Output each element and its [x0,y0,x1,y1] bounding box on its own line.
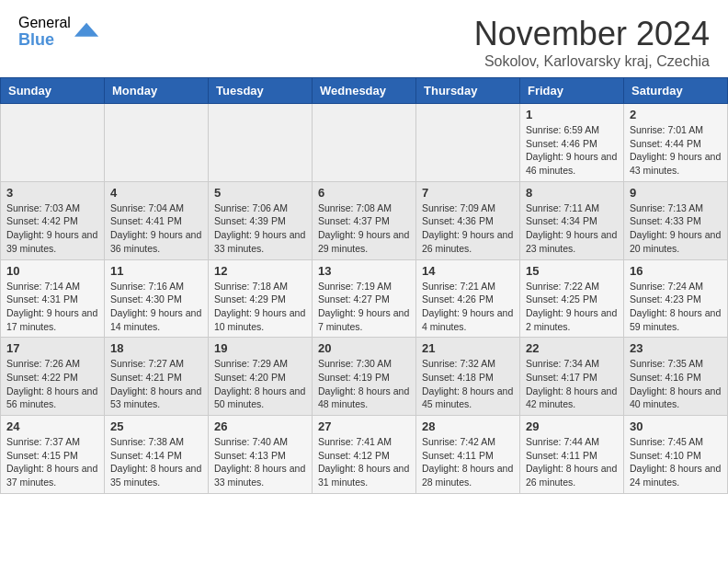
day-info: Sunrise: 7:22 AM Sunset: 4:25 PM Dayligh… [526,280,618,334]
calendar-cell: 25Sunrise: 7:38 AM Sunset: 4:14 PM Dayli… [105,416,209,494]
calendar-cell: 5Sunrise: 7:06 AM Sunset: 4:39 PM Daylig… [209,181,313,259]
weekday-header-row: SundayMondayTuesdayWednesdayThursdayFrid… [1,78,728,104]
week-row-1: 1Sunrise: 6:59 AM Sunset: 4:46 PM Daylig… [1,104,728,182]
calendar-table: SundayMondayTuesdayWednesdayThursdayFrid… [0,77,728,494]
week-row-2: 3Sunrise: 7:03 AM Sunset: 4:42 PM Daylig… [1,181,728,259]
day-number: 13 [318,264,410,278]
week-row-5: 24Sunrise: 7:37 AM Sunset: 4:15 PM Dayli… [1,416,728,494]
day-number: 5 [214,186,306,200]
calendar-cell: 20Sunrise: 7:30 AM Sunset: 4:19 PM Dayli… [313,338,416,416]
day-info: Sunrise: 7:37 AM Sunset: 4:15 PM Dayligh… [6,435,98,489]
day-number: 20 [318,341,410,355]
day-info: Sunrise: 7:06 AM Sunset: 4:39 PM Dayligh… [214,201,306,256]
calendar-cell: 3Sunrise: 7:03 AM Sunset: 4:42 PM Daylig… [1,181,105,259]
week-row-3: 10Sunrise: 7:14 AM Sunset: 4:31 PM Dayli… [1,259,728,338]
calendar-cell: 9Sunrise: 7:13 AM Sunset: 4:33 PM Daylig… [624,181,728,259]
calendar-cell [313,104,416,182]
weekday-sunday: Sunday [1,78,105,104]
day-info: Sunrise: 7:24 AM Sunset: 4:23 PM Dayligh… [630,280,722,334]
day-info: Sunrise: 7:40 AM Sunset: 4:13 PM Dayligh… [214,435,306,489]
day-number: 25 [110,419,202,433]
day-info: Sunrise: 7:38 AM Sunset: 4:14 PM Dayligh… [110,435,202,489]
day-info: Sunrise: 7:26 AM Sunset: 4:22 PM Dayligh… [6,357,98,411]
calendar-cell [416,104,520,182]
location: Sokolov, Karlovarsky kraj, Czechia [474,53,710,70]
day-info: Sunrise: 7:44 AM Sunset: 4:11 PM Dayligh… [526,435,618,489]
day-number: 7 [422,186,514,200]
day-number: 19 [214,341,306,355]
calendar-cell: 28Sunrise: 7:42 AM Sunset: 4:11 PM Dayli… [416,416,520,494]
day-number: 14 [422,264,514,278]
calendar-cell: 8Sunrise: 7:11 AM Sunset: 4:34 PM Daylig… [520,181,624,259]
logo-icon [74,19,100,45]
calendar-cell: 29Sunrise: 7:44 AM Sunset: 4:11 PM Dayli… [520,416,624,494]
day-info: Sunrise: 7:45 AM Sunset: 4:10 PM Dayligh… [630,435,722,489]
day-info: Sunrise: 7:41 AM Sunset: 4:12 PM Dayligh… [318,435,410,489]
calendar-cell: 6Sunrise: 7:08 AM Sunset: 4:37 PM Daylig… [313,181,416,259]
calendar-cell [105,104,209,182]
calendar-cell: 30Sunrise: 7:45 AM Sunset: 4:10 PM Dayli… [624,416,728,494]
day-number: 3 [6,186,98,200]
calendar-cell: 16Sunrise: 7:24 AM Sunset: 4:23 PM Dayli… [624,259,728,338]
calendar-cell: 13Sunrise: 7:19 AM Sunset: 4:27 PM Dayli… [313,259,416,338]
day-number: 30 [630,419,722,433]
calendar-cell: 7Sunrise: 7:09 AM Sunset: 4:36 PM Daylig… [416,181,520,259]
svg-marker-0 [74,22,98,36]
day-number: 12 [214,264,306,278]
day-number: 6 [318,186,410,200]
day-info: Sunrise: 7:19 AM Sunset: 4:27 PM Dayligh… [318,280,410,334]
day-info: Sunrise: 7:18 AM Sunset: 4:29 PM Dayligh… [214,280,306,334]
day-number: 23 [630,341,722,355]
calendar-cell: 24Sunrise: 7:37 AM Sunset: 4:15 PM Dayli… [1,416,105,494]
day-number: 24 [6,419,98,433]
calendar-cell: 2Sunrise: 7:01 AM Sunset: 4:44 PM Daylig… [624,104,728,182]
calendar-cell: 4Sunrise: 7:04 AM Sunset: 4:41 PM Daylig… [105,181,209,259]
day-number: 1 [526,108,618,121]
calendar-cell: 27Sunrise: 7:41 AM Sunset: 4:12 PM Dayli… [313,416,416,494]
logo-blue: Blue [18,31,71,50]
day-info: Sunrise: 7:04 AM Sunset: 4:41 PM Dayligh… [110,201,202,256]
day-info: Sunrise: 7:35 AM Sunset: 4:16 PM Dayligh… [630,357,722,411]
title-block: November 2024 Sokolov, Karlovarsky kraj,… [474,15,710,70]
calendar-cell: 26Sunrise: 7:40 AM Sunset: 4:13 PM Dayli… [209,416,313,494]
day-info: Sunrise: 7:11 AM Sunset: 4:34 PM Dayligh… [526,201,618,256]
calendar-cell: 15Sunrise: 7:22 AM Sunset: 4:25 PM Dayli… [520,259,624,338]
day-number: 4 [110,186,202,200]
day-info: Sunrise: 7:13 AM Sunset: 4:33 PM Dayligh… [630,201,722,256]
calendar-cell: 17Sunrise: 7:26 AM Sunset: 4:22 PM Dayli… [1,338,105,416]
month-title: November 2024 [474,15,710,53]
weekday-tuesday: Tuesday [209,78,313,104]
day-number: 11 [110,264,202,278]
calendar-cell: 11Sunrise: 7:16 AM Sunset: 4:30 PM Dayli… [105,259,209,338]
day-info: Sunrise: 7:01 AM Sunset: 4:44 PM Dayligh… [630,123,722,178]
weekday-friday: Friday [520,78,624,104]
weekday-wednesday: Wednesday [313,78,416,104]
day-info: Sunrise: 7:30 AM Sunset: 4:19 PM Dayligh… [318,357,410,411]
day-number: 15 [526,264,618,278]
day-info: Sunrise: 7:14 AM Sunset: 4:31 PM Dayligh… [6,280,98,334]
calendar-cell: 10Sunrise: 7:14 AM Sunset: 4:31 PM Dayli… [1,259,105,338]
calendar-cell: 12Sunrise: 7:18 AM Sunset: 4:29 PM Dayli… [209,259,313,338]
day-info: Sunrise: 7:42 AM Sunset: 4:11 PM Dayligh… [422,435,514,489]
day-info: Sunrise: 7:08 AM Sunset: 4:37 PM Dayligh… [318,201,410,256]
day-info: Sunrise: 7:27 AM Sunset: 4:21 PM Dayligh… [110,357,202,411]
day-number: 18 [110,341,202,355]
day-number: 22 [526,341,618,355]
day-number: 27 [318,419,410,433]
calendar-cell [209,104,313,182]
day-number: 8 [526,186,618,200]
weekday-thursday: Thursday [416,78,520,104]
day-info: Sunrise: 7:16 AM Sunset: 4:30 PM Dayligh… [110,280,202,334]
day-info: Sunrise: 7:21 AM Sunset: 4:26 PM Dayligh… [422,280,514,334]
day-number: 10 [6,264,98,278]
day-info: Sunrise: 7:32 AM Sunset: 4:18 PM Dayligh… [422,357,514,411]
calendar-cell: 22Sunrise: 7:34 AM Sunset: 4:17 PM Dayli… [520,338,624,416]
day-info: Sunrise: 7:34 AM Sunset: 4:17 PM Dayligh… [526,357,618,411]
day-number: 28 [422,419,514,433]
day-number: 9 [630,186,722,200]
day-number: 29 [526,419,618,433]
day-number: 16 [630,264,722,278]
day-info: Sunrise: 7:29 AM Sunset: 4:20 PM Dayligh… [214,357,306,411]
day-number: 2 [630,108,722,121]
calendar-cell [1,104,105,182]
